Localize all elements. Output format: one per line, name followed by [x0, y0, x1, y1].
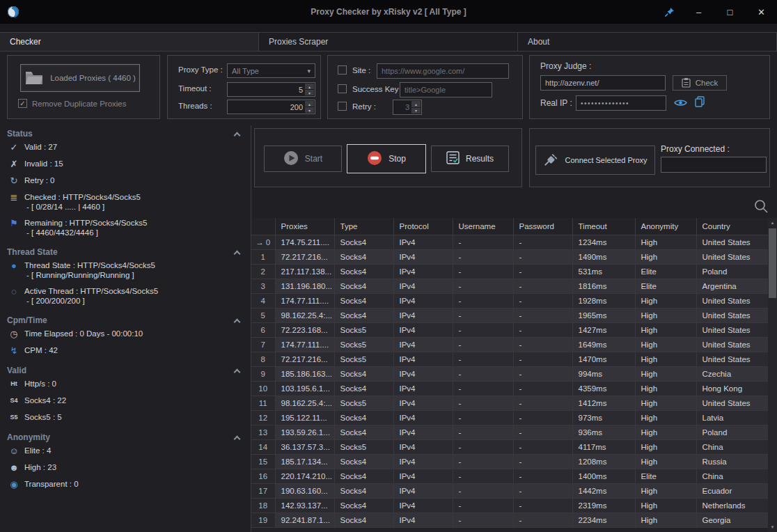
- cell-country[interactable]: United States: [696, 352, 768, 366]
- section-header-anonymity[interactable]: Anonymity: [0, 429, 251, 446]
- cell-password[interactable]: -: [513, 396, 572, 410]
- connect-selected-proxy-button[interactable]: Connect Selected Proxy: [535, 146, 655, 175]
- cell-password[interactable]: -: [513, 410, 572, 425]
- row-header[interactable]: 5: [251, 308, 275, 322]
- cell-timeout[interactable]: 1965ms: [572, 308, 635, 322]
- cell-protocol[interactable]: IPv4: [393, 513, 453, 527]
- cell-username[interactable]: -: [453, 498, 513, 513]
- cell-username[interactable]: -: [453, 308, 513, 322]
- table-row[interactable]: 12195.122.11...Socks4IPv4--973msHighLatv…: [251, 410, 768, 425]
- section-header-cpm-time[interactable]: Cpm/Time: [0, 312, 251, 329]
- cell-type[interactable]: Socks5: [334, 396, 393, 410]
- cell-proxies[interactable]: 131.196.180...: [275, 279, 334, 293]
- cell-protocol[interactable]: IPv4: [393, 235, 453, 249]
- stop-button[interactable]: Stop: [347, 144, 426, 173]
- collapse-chevron-icon[interactable]: [234, 250, 241, 257]
- cell-protocol[interactable]: IPv4: [393, 410, 453, 425]
- pin-icon[interactable]: [655, 0, 683, 24]
- cell-timeout[interactable]: 994ms: [572, 366, 635, 381]
- cell-country[interactable]: China: [696, 469, 768, 483]
- scroll-up-icon[interactable]: ▲: [768, 218, 777, 228]
- table-row[interactable]: 17190.63.160...Socks4IPv4--1442msHighEcu…: [251, 483, 768, 498]
- col-header-country[interactable]: Country: [696, 218, 768, 235]
- cell-protocol[interactable]: IPv4: [393, 396, 453, 410]
- table-row[interactable]: 13193.59.26.1...Socks4IPv4--936msHighPol…: [251, 425, 768, 439]
- cell-protocol[interactable]: IPv4: [393, 337, 453, 352]
- cell-password[interactable]: -: [513, 322, 572, 337]
- cell-username[interactable]: -: [453, 249, 513, 264]
- col-header-username[interactable]: Username: [453, 218, 513, 235]
- row-header[interactable]: 1: [251, 249, 275, 264]
- cell-country[interactable]: Poland: [696, 264, 768, 279]
- cell-type[interactable]: Socks4: [334, 249, 393, 264]
- cell-anonymity[interactable]: High: [635, 498, 696, 513]
- col-header-protocol[interactable]: Protocol: [393, 218, 453, 235]
- cell-password[interactable]: -: [513, 469, 572, 483]
- cell-country[interactable]: United States: [696, 249, 768, 264]
- cell-anonymity[interactable]: High: [635, 454, 696, 469]
- table-row[interactable]: 9185.186.163...Socks4IPv4--994msHighCzec…: [251, 366, 768, 381]
- search-icon[interactable]: [753, 198, 770, 215]
- cell-protocol[interactable]: IPv4: [393, 454, 453, 469]
- cell-username[interactable]: -: [453, 439, 513, 454]
- cell-protocol[interactable]: IPv4: [393, 308, 453, 322]
- cell-proxies[interactable]: 217.117.138...: [275, 264, 334, 279]
- cell-username[interactable]: -: [453, 396, 513, 410]
- section-header-valid[interactable]: Valid: [0, 362, 251, 379]
- cell-type[interactable]: Socks4: [334, 498, 393, 513]
- threads-stepper[interactable]: ▴▾: [305, 101, 314, 113]
- collapse-chevron-icon[interactable]: [234, 435, 241, 442]
- proxy-judge-input[interactable]: http://azenv.net/: [540, 75, 666, 91]
- cell-type[interactable]: Socks5: [334, 439, 393, 454]
- cell-anonymity[interactable]: High: [635, 293, 696, 308]
- cell-protocol[interactable]: IPv4: [393, 249, 453, 264]
- row-header[interactable]: 3: [251, 279, 275, 293]
- spin-up-icon[interactable]: ▴: [411, 101, 421, 107]
- row-header[interactable]: 17: [251, 483, 275, 498]
- cell-password[interactable]: -: [513, 439, 572, 454]
- cell-username[interactable]: -: [453, 410, 513, 425]
- cell-timeout[interactable]: 2319ms: [572, 498, 635, 513]
- cell-anonymity[interactable]: High: [635, 308, 696, 322]
- cell-anonymity[interactable]: Elite: [635, 264, 696, 279]
- cell-anonymity[interactable]: Elite: [635, 279, 696, 293]
- col-header-row-number[interactable]: [251, 218, 275, 235]
- cell-type[interactable]: Socks4: [334, 366, 393, 381]
- cell-type[interactable]: Socks5: [334, 352, 393, 366]
- retry-input[interactable]: 3 ▴▾: [393, 100, 422, 115]
- results-button[interactable]: Results: [431, 146, 509, 172]
- cell-timeout[interactable]: 1928ms: [572, 293, 635, 308]
- cell-username[interactable]: -: [453, 264, 513, 279]
- cell-timeout[interactable]: 1649ms: [572, 337, 635, 352]
- spin-down-icon[interactable]: ▾: [411, 108, 421, 114]
- cell-type[interactable]: Socks4: [334, 513, 393, 527]
- cell-password[interactable]: -: [513, 454, 572, 469]
- table-row[interactable]: 872.217.216...Socks5IPv4--1470msHighUnit…: [251, 352, 768, 366]
- row-header[interactable]: 6: [251, 322, 275, 337]
- timeout-input[interactable]: 5 ▴▾: [227, 82, 315, 97]
- table-row[interactable]: 3131.196.180...Socks4IPv4--1816msEliteAr…: [251, 279, 768, 293]
- cell-proxies[interactable]: 72.217.216...: [275, 352, 334, 366]
- cell-proxies[interactable]: 174.77.111....: [275, 293, 334, 308]
- remove-duplicates-checkbox[interactable]: ✓: [18, 99, 27, 108]
- cell-username[interactable]: -: [453, 454, 513, 469]
- cell-password[interactable]: -: [513, 425, 572, 439]
- cell-type[interactable]: Socks4: [334, 410, 393, 425]
- cell-country[interactable]: United States: [696, 235, 768, 249]
- start-button[interactable]: Start: [264, 146, 342, 172]
- cell-protocol[interactable]: IPv4: [393, 498, 453, 513]
- cell-timeout[interactable]: 2234ms: [572, 513, 635, 527]
- section-header-status[interactable]: Status: [0, 125, 251, 142]
- cell-anonymity[interactable]: Elite: [635, 469, 696, 483]
- cell-timeout[interactable]: 1400ms: [572, 469, 635, 483]
- cell-protocol[interactable]: IPv4: [393, 425, 453, 439]
- success-key-checkbox[interactable]: [338, 84, 347, 93]
- cell-proxies[interactable]: 36.137.57.3...: [275, 439, 334, 454]
- cell-country[interactable]: Russia: [696, 454, 768, 469]
- cell-username[interactable]: -: [453, 293, 513, 308]
- maximize-button[interactable]: □: [714, 0, 746, 24]
- cell-username[interactable]: -: [453, 381, 513, 396]
- cell-protocol[interactable]: IPv4: [393, 322, 453, 337]
- cell-password[interactable]: -: [513, 235, 572, 249]
- cell-country[interactable]: Czechia: [696, 366, 768, 381]
